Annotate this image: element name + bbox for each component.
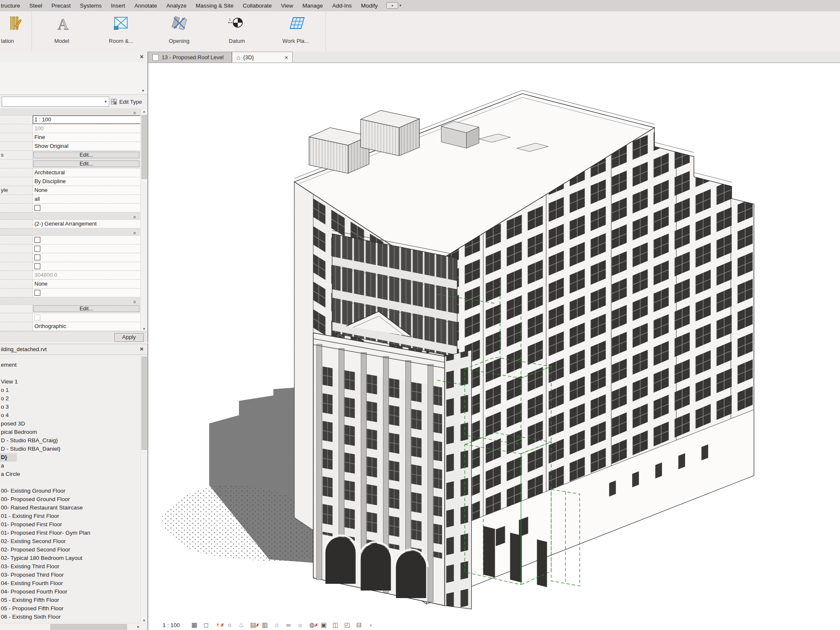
property-value[interactable]: 304800.0 — [33, 271, 141, 279]
browser-item[interactable]: o 3 — [0, 403, 141, 411]
close-tab-icon[interactable]: × — [285, 54, 288, 61]
property-value[interactable]: By Discipline — [33, 177, 141, 186]
scroll-down-icon[interactable]: ▾ — [141, 327, 147, 331]
property-value[interactable] — [33, 236, 141, 244]
browser-item[interactable]: 03- Proposed Third Floor — [0, 571, 141, 579]
crop-region-icon[interactable]: ▥ — [261, 621, 269, 629]
browser-item[interactable]: ement — [0, 361, 141, 369]
datum-panel-button[interactable]: 1 Datum — [208, 11, 266, 51]
ribbon-tab-steel[interactable]: Steel — [25, 3, 47, 9]
model-panel-button[interactable]: A Model — [32, 11, 92, 51]
drawing-area[interactable]: 1 : 100 ▦◻☀✗○♨▤✗▥⌂∞☼◍✗▣◫◰⊟‹ — [148, 63, 840, 630]
room-area-panel-button[interactable]: Room &... — [92, 11, 151, 51]
work-plane-panel-button[interactable]: Work Pla... — [266, 11, 326, 51]
browser-item[interactable] — [0, 478, 141, 487]
displacement-sets-icon[interactable]: ◫ — [331, 621, 339, 629]
expand-view-control-icon[interactable]: ‹ — [367, 621, 375, 629]
property-value[interactable] — [33, 204, 141, 212]
ribbon-tab-analyze[interactable]: Analyze — [162, 3, 191, 9]
browser-item[interactable]: 00- Proposed Ground Floor — [0, 495, 141, 504]
property-value[interactable]: Edit... — [33, 305, 139, 312]
property-value[interactable] — [33, 289, 141, 297]
property-value[interactable] — [33, 313, 141, 322]
property-value[interactable]: Edit... — [33, 160, 139, 167]
property-value[interactable]: Fine — [33, 133, 141, 142]
browser-item[interactable]: 02- Typical 180 Bedroom Layout — [0, 554, 141, 562]
apply-button[interactable]: Apply — [114, 333, 144, 342]
property-value[interactable]: 100 — [33, 124, 141, 133]
property-value[interactable]: all — [33, 195, 141, 203]
locked-3d-view-icon[interactable]: ⌂ — [273, 621, 281, 629]
browser-item[interactable]: 02- Existing Second Floor — [0, 537, 141, 546]
scroll-up-icon[interactable]: ▴ — [141, 109, 147, 113]
ribbon-tab-view[interactable]: View — [276, 3, 298, 9]
circulation-panel-button[interactable]: lation — [0, 11, 32, 51]
property-value[interactable]: None — [33, 186, 141, 194]
property-value[interactable]: Architectural — [33, 168, 141, 177]
analytical-model-icon[interactable]: ◍✗ — [308, 621, 316, 629]
ribbon-tab-annotate[interactable]: Annotate — [130, 3, 162, 9]
browser-item[interactable] — [0, 369, 141, 378]
browser-item[interactable]: o 1 — [0, 386, 141, 394]
ribbon-tab-structure[interactable]: tructure — [0, 3, 25, 9]
property-value[interactable]: (2-) General Arrangement — [33, 220, 141, 228]
property-value[interactable] — [33, 244, 141, 253]
browser-item[interactable]: posed 3D — [0, 420, 141, 428]
browser-item[interactable]: 06 - Existing Sixth Floor — [0, 613, 141, 621]
browser-item[interactable]: D} — [0, 453, 17, 462]
browser-item[interactable]: 00- Existing Ground Floor — [0, 487, 141, 495]
browser-item[interactable]: View 1 — [0, 378, 141, 386]
ribbon-tab-insert[interactable]: Insert — [106, 3, 130, 9]
browser-item[interactable]: pical Bedroom — [0, 428, 141, 436]
browser-item[interactable]: 05 - Proposed Fifth Floor — [0, 604, 141, 613]
ribbon-tab-precast[interactable]: Precast — [47, 3, 76, 9]
browser-item[interactable]: 05 - Existing Fifth Floor — [0, 596, 141, 604]
browser-item[interactable]: a — [0, 462, 141, 470]
property-value[interactable]: Edit... — [33, 152, 139, 158]
ribbon-tab-massing-site[interactable]: Massing & Site — [191, 3, 238, 9]
browser-hscrollbar[interactable]: ▸ — [0, 623, 141, 630]
browser-item[interactable]: 01 - Existing First Floor — [0, 512, 141, 520]
scroll-right-icon[interactable]: ▸ — [137, 624, 139, 629]
browser-item[interactable]: D - Studio RBA_Craig} — [0, 436, 141, 445]
scroll-down-icon[interactable]: ▾ — [141, 618, 147, 622]
reveal-constraints-icon[interactable]: ⊟ — [355, 621, 363, 629]
type-filter-combobox[interactable]: ▾ — [2, 97, 109, 107]
scrollbar-thumb[interactable] — [142, 357, 147, 450]
scrollbar-thumb[interactable] — [142, 115, 147, 179]
scrollbar-thumb[interactable] — [50, 624, 127, 630]
browser-item[interactable]: o 4 — [0, 411, 141, 420]
browser-item[interactable]: 01- Proposed First Floor — [0, 520, 141, 529]
detail-level-icon[interactable]: ▦ — [190, 621, 198, 629]
close-properties-icon[interactable]: × — [140, 53, 144, 60]
property-value[interactable]: Orthographic — [33, 322, 141, 331]
property-value[interactable]: Show Original — [33, 142, 141, 150]
browser-item[interactable]: 03- Existing Third Floor — [0, 562, 141, 571]
browser-item[interactable]: 01- Proposed First Floor- Gym Plan — [0, 529, 141, 537]
ribbon-tab-modify[interactable]: Modify — [356, 3, 382, 9]
browser-item[interactable]: a Circle — [0, 470, 141, 478]
property-value[interactable] — [33, 253, 141, 262]
ribbon-tab-collaborate[interactable]: Collaborate — [238, 3, 276, 9]
reveal-hidden-elements-icon[interactable]: ☼ — [296, 621, 304, 629]
ribbon-tab-manage[interactable]: Manage — [298, 3, 328, 9]
browser-item[interactable]: 04- Existing Fourth Floor — [0, 579, 141, 588]
properties-scrollbar[interactable]: ▴ ▾ — [140, 108, 147, 332]
visual-style-icon[interactable]: ◻ — [202, 621, 210, 629]
temporary-view-properties-icon[interactable]: ▣ — [320, 621, 328, 629]
browser-item[interactable]: 04- Proposed Fourth Floor — [0, 588, 141, 596]
browser-scrollbar[interactable]: ▾ — [140, 355, 147, 623]
shadows-icon[interactable]: ○ — [226, 621, 234, 629]
ribbon-tab-addins[interactable]: Add-Ins — [328, 3, 357, 9]
rendering-dialog-icon[interactable]: ♨ — [237, 621, 245, 629]
temporary-hide-isolate-icon[interactable]: ∞ — [284, 621, 292, 629]
close-browser-icon[interactable]: × — [140, 346, 144, 352]
type-selector-preview[interactable]: ▾ — [0, 63, 147, 95]
crop-view-icon[interactable]: ▤✗ — [249, 621, 257, 629]
property-value[interactable]: 1 : 100 — [33, 116, 141, 124]
sun-path-icon[interactable]: ☀✗ — [214, 621, 222, 629]
browser-item[interactable]: D - Studio RBA_Daniel} — [0, 445, 141, 453]
ribbon-tab-systems[interactable]: Systems — [75, 3, 106, 9]
browser-item[interactable]: o 2 — [0, 394, 141, 403]
view-scale-button[interactable]: 1 : 100 — [163, 622, 180, 628]
